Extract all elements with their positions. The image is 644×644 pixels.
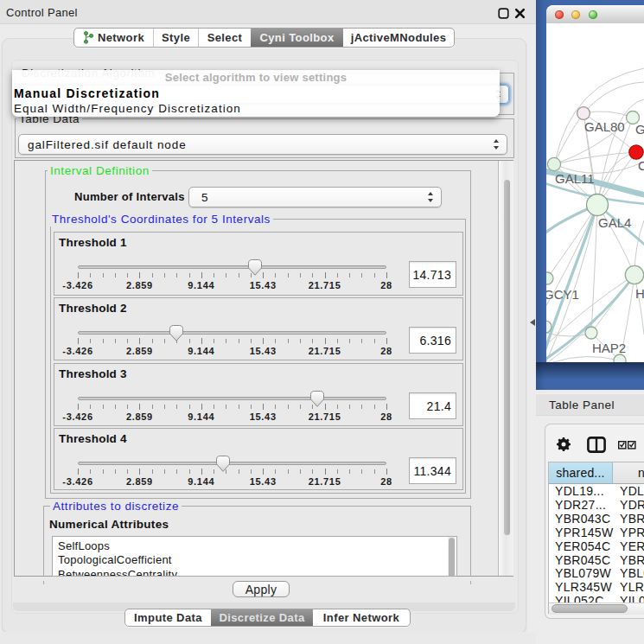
svg-text:GA: GA — [635, 122, 644, 137]
svg-text:GAL4: GAL4 — [598, 215, 631, 230]
svg-text:GCY1: GCY1 — [546, 287, 579, 302]
svg-text:HAP2: HAP2 — [592, 341, 626, 355]
svg-text:GAL11: GAL11 — [555, 171, 595, 186]
svg-text:C: C — [638, 158, 644, 173]
svg-text:GAL80: GAL80 — [584, 119, 625, 134]
svg-text:H: H — [635, 286, 644, 301]
